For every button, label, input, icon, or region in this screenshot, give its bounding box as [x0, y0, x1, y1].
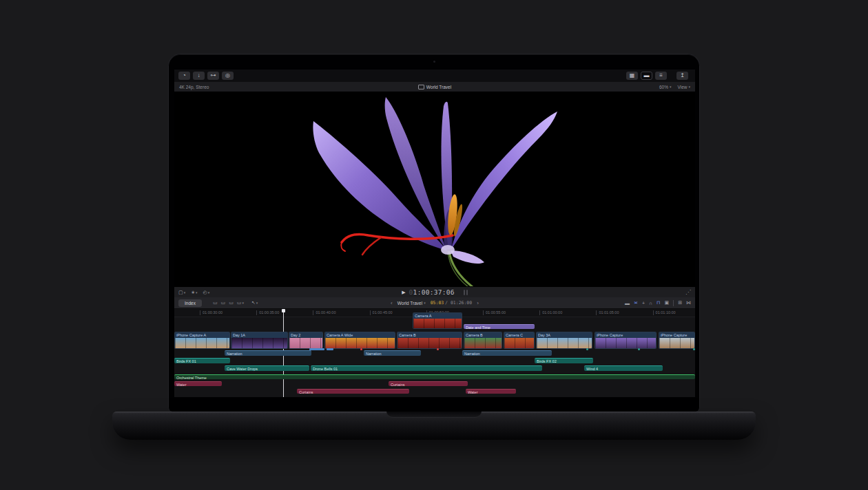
chevron-down-icon: ▾	[424, 301, 426, 305]
viewer-title: World Travel	[174, 85, 695, 89]
audio-clip[interactable]: Narration	[364, 350, 421, 356]
marker	[638, 348, 640, 350]
stage: ◔↓⊶◎ ▦▬≡↥ 4K 24p, Stereo World Travel 60…	[0, 0, 868, 490]
clip-thumbnails	[413, 319, 462, 328]
ruler-tick	[256, 310, 257, 315]
video-clip[interactable]: Camera B	[464, 332, 502, 349]
marker	[360, 348, 362, 350]
next-project-button[interactable]: ›	[477, 300, 479, 306]
video-clip[interactable]: Day 3A	[536, 332, 592, 349]
clip-thumbnails	[175, 338, 229, 348]
video-clip[interactable]: iPhone Capture	[595, 332, 657, 349]
snapping-icon[interactable]: ⊓	[657, 300, 660, 306]
macbook-base	[112, 412, 756, 440]
final-cut-pro-window: ◔↓⊶◎ ▦▬≡↥ 4K 24p, Stereo World Travel 60…	[174, 70, 695, 397]
background-tasks-icon[interactable]: ◎	[222, 72, 234, 80]
ruler-tick	[483, 310, 484, 315]
video-clip[interactable]: Day 1A	[231, 332, 288, 349]
chevron-down-icon: ▾	[688, 85, 690, 89]
clip-label: Day 2	[289, 332, 322, 338]
marker	[693, 348, 695, 350]
audio-clip[interactable]: Curtains	[389, 381, 468, 386]
audio-meters[interactable]	[464, 290, 468, 295]
picture-in-picture-icon[interactable]: ⊞	[678, 300, 682, 306]
video-clip[interactable]: Camera A Wide	[324, 332, 395, 349]
timeline-toolbar: Index ▭▭▭▭▾ ↖ ▾ ‹ World Travel ▾ 05:03 /…	[174, 297, 695, 309]
ruler-tick	[313, 310, 313, 315]
trim-icon[interactable]: ▬	[625, 301, 630, 306]
video-clip[interactable]: Camera A	[413, 312, 462, 329]
ruler-tick	[539, 310, 540, 315]
marker	[309, 348, 324, 350]
viewer-expand-icon[interactable]: ⋰	[685, 289, 691, 295]
clip-label: Camera B	[464, 332, 502, 338]
clip-thumbnails	[231, 338, 287, 348]
video-clip[interactable]: iPhone Capture	[659, 332, 695, 349]
play-icon[interactable]: ▶	[402, 290, 405, 295]
clip-label: Camera A Wide	[325, 332, 395, 338]
clip-thumbnails	[659, 338, 694, 348]
marker	[437, 348, 439, 350]
view-dropdown[interactable]: View▾	[678, 85, 691, 89]
viewer-toggle-icon[interactable]: ▬	[641, 72, 652, 80]
transport-bar: ▢▾∗▾◴▾ ▶ 01:00:37:06 ⋰	[174, 286, 695, 297]
skimming-icon[interactable]: ≍	[634, 300, 638, 306]
audio-clip[interactable]: Drone Bells 01	[311, 365, 542, 371]
share-icon[interactable]: ↥	[676, 72, 688, 80]
ruler-label: 01:00:45:00	[373, 310, 393, 315]
clip-label: iPhone Capture	[659, 332, 694, 338]
macbook-screen: ◔↓⊶◎ ▦▬≡↥ 4K 24p, Stereo World Travel 60…	[168, 54, 700, 412]
audio-clip[interactable]: Wind 4	[584, 365, 663, 371]
audio-clip[interactable]: Curtains	[297, 389, 409, 394]
clip-thumbnails	[325, 338, 395, 348]
inspector-toggle-icon[interactable]: ≡	[655, 72, 667, 80]
timeline-fullscreen-icon[interactable]: ⋈	[686, 300, 691, 306]
crocus-flower-image	[174, 92, 695, 286]
ruler-label: 01:01:00:00	[542, 310, 562, 315]
viewer-title-label: World Travel	[426, 85, 451, 89]
download-icon[interactable]: ↓	[193, 72, 205, 80]
solo-icon[interactable]: ∩	[649, 301, 652, 306]
clip-appearance-icon[interactable]: ▣	[665, 300, 670, 306]
ruler-tick	[200, 310, 200, 315]
audio-skimming-icon[interactable]: +	[642, 301, 645, 306]
ruler-tick	[596, 310, 597, 315]
clip-thumbnails	[289, 338, 322, 348]
viewer-canvas	[174, 92, 695, 286]
ruler-label: 01:00:55:00	[486, 310, 506, 315]
title-clip[interactable]: Date and Time	[464, 324, 535, 329]
video-clip[interactable]: Day 2	[289, 332, 323, 349]
video-clip[interactable]: Camera C	[504, 332, 535, 349]
audio-clip[interactable]: Cave Water Drops	[225, 365, 309, 371]
project-timecode: 05:03 / 01:26:00	[431, 300, 473, 306]
ruler-tick	[370, 310, 371, 315]
clip-thumbnails	[397, 338, 462, 348]
clip-label: Day 1A	[231, 332, 287, 338]
audio-clip[interactable]: Water	[466, 389, 516, 394]
audio-clip[interactable]: Narration	[462, 350, 552, 356]
toolbar-separator	[673, 300, 674, 306]
display-icon	[418, 85, 424, 89]
import-icon[interactable]: ◔	[178, 72, 190, 80]
ruler-label: 01:01:10:00	[656, 310, 676, 315]
audio-clip[interactable]: Narration	[225, 350, 311, 356]
browser-view-icon[interactable]: ▦	[626, 72, 638, 80]
ruler-label: 01:01:05:00	[599, 310, 619, 315]
viewer-toolbar-right-group: ▦▬≡↥	[626, 72, 691, 80]
video-clip[interactable]: Camera B	[397, 332, 462, 349]
marker	[586, 348, 588, 350]
keyword-editor-icon[interactable]: ⊶	[207, 72, 219, 80]
audio-clip[interactable]: Birds FX 01	[174, 358, 230, 363]
ruler-label: 01:00:40:00	[316, 310, 335, 315]
project-dropdown[interactable]: World Travel ▾	[397, 301, 426, 306]
zoom-level-dropdown[interactable]: 60%▾	[659, 85, 672, 89]
ruler-label: 01:00:30:00	[203, 310, 223, 315]
clip-thumbnails	[504, 338, 534, 348]
video-clip[interactable]: iPhone Capture A	[174, 332, 230, 349]
viewer-info-bar: 4K 24p, Stereo World Travel 60%▾ View▾	[174, 82, 695, 92]
timeline-tracks[interactable]: 01:00:30:0001:00:35:0001:00:40:0001:00:4…	[174, 309, 695, 397]
audio-clip[interactable]: Orchestral Theme	[174, 374, 695, 379]
audio-clip[interactable]: Water	[174, 381, 222, 386]
previous-project-button[interactable]: ‹	[391, 300, 393, 306]
audio-clip[interactable]: Birds FX 02	[535, 358, 593, 363]
